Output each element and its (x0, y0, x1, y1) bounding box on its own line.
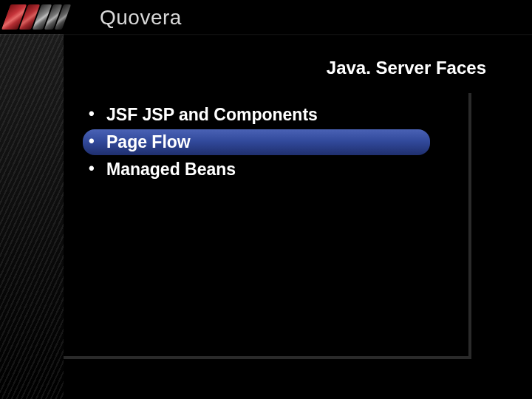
bullet-list: JSF JSP and Components Page Flow Managed… (83, 102, 467, 184)
header-divider (0, 34, 532, 35)
brand-logo-text: Quovera (100, 6, 182, 30)
bullet-item: Managed Beans (83, 157, 467, 183)
logo-accent-stripes (1, 4, 92, 30)
side-hatch-decoration (0, 34, 64, 399)
bullet-item-highlighted: Page Flow (83, 129, 430, 155)
slide-title: Java. Server Faces (327, 58, 486, 78)
bullet-item: JSF JSP and Components (83, 102, 467, 128)
slide: Quovera Java. Server Faces JSF JSP and C… (0, 0, 532, 399)
header-bar: Quovera (0, 0, 532, 37)
